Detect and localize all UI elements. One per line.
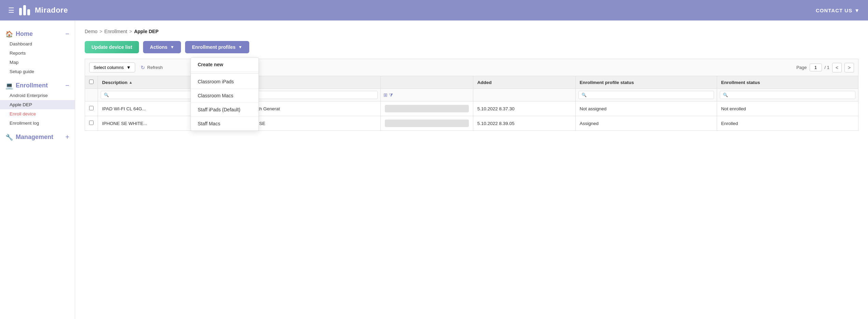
- row1-checkbox[interactable]: [89, 106, 94, 110]
- pagination: Page / 1 < >: [796, 63, 854, 72]
- breadcrumb-sep-2: >: [129, 29, 132, 34]
- refresh-button[interactable]: ↻ Refresh: [141, 65, 163, 71]
- main-content: Demo > Enrollment > Apple DEP Update dev…: [75, 20, 868, 319]
- hamburger-icon[interactable]: ☰: [8, 6, 14, 14]
- row2-serial: ●●●●●●●●●●●: [381, 116, 473, 131]
- filter-profile-status-input[interactable]: [578, 91, 714, 99]
- row2-checkbox-cell[interactable]: [85, 116, 98, 131]
- sidebar-item-enroll-device[interactable]: Enroll device: [0, 109, 75, 119]
- th-profile-status[interactable]: Enrollment profile status: [575, 76, 717, 89]
- breadcrumb: Demo > Enrollment > Apple DEP: [85, 29, 858, 34]
- contact-us-chevron-icon: ▼: [854, 8, 860, 13]
- breadcrumb-demo[interactable]: Demo: [85, 29, 97, 34]
- sidebar-item-apple-dep[interactable]: Apple DEP: [0, 100, 75, 109]
- row1-checkbox-cell[interactable]: [85, 101, 98, 116]
- sidebar-management-header: 🔧 Management +: [0, 130, 75, 142]
- filter-cell-model: [239, 89, 381, 101]
- row2-serial-blurred: ●●●●●●●●●●●: [385, 120, 468, 127]
- logo-bar-3: [27, 9, 30, 15]
- sidebar-item-dashboard[interactable]: Dashboard: [0, 39, 75, 48]
- logo-bar-2: [23, 5, 26, 15]
- actions-button[interactable]: Actions ▼: [143, 41, 181, 53]
- contact-us-label: CONTACT US: [816, 8, 852, 13]
- sidebar-item-enrollment-log[interactable]: Enrollment log: [0, 119, 75, 128]
- filter-enrollment-status-input[interactable]: [720, 91, 855, 99]
- logo-bar-1: [19, 8, 22, 15]
- row2-added: 5.10.2022 8.39.05: [473, 116, 575, 131]
- breadcrumb-enrollment[interactable]: Enrollment: [104, 29, 127, 34]
- sidebar-enrollment-collapse[interactable]: −: [65, 82, 69, 89]
- th-added[interactable]: Added: [473, 76, 575, 89]
- dropdown-divider: [191, 73, 258, 73]
- page-prev-button[interactable]: <: [832, 63, 842, 72]
- page-next-button[interactable]: >: [844, 63, 854, 72]
- enrollment-icon: 💻: [5, 82, 13, 89]
- sidebar-home-title[interactable]: 🏠 Home: [5, 30, 33, 38]
- actions-chevron-icon: ▼: [170, 45, 174, 50]
- sidebar-item-setup-guide[interactable]: Setup guide: [0, 67, 75, 76]
- sidebar-item-map[interactable]: Map: [0, 58, 75, 67]
- description-sort-icon: ▲: [129, 80, 132, 84]
- sidebar-item-reports[interactable]: Reports: [0, 48, 75, 58]
- dropdown-item-create-new[interactable]: Create new: [191, 58, 258, 72]
- th-model[interactable]: Model: [239, 76, 381, 89]
- table-icon[interactable]: ⊞: [383, 92, 388, 98]
- home-icon: 🏠: [5, 30, 13, 38]
- topnav-left: ☰ Miradore: [8, 5, 68, 15]
- logo-text: Miradore: [35, 6, 68, 15]
- filter-model-input[interactable]: [242, 91, 378, 99]
- sidebar-section-enrollment: 💻 Enrollment − Android Enterprise Apple …: [0, 79, 75, 128]
- row2-enrollment-status: Enrolled: [717, 116, 858, 131]
- dropdown-item-classroom-macs[interactable]: Classroom Macs: [191, 89, 258, 103]
- row1-added: 5.10.2022 8.37.30: [473, 101, 575, 116]
- sidebar: 🏠 Home − Dashboard Reports Map Setup gui…: [0, 20, 75, 319]
- table-controls-left: Select columns ▼ ↻ Refresh: [89, 63, 163, 72]
- sidebar-management-expand[interactable]: +: [65, 133, 69, 141]
- sidebar-item-android-enterprise[interactable]: Android Enterprise: [0, 91, 75, 100]
- enrollment-profiles-chevron-icon: ▼: [238, 45, 242, 50]
- sidebar-management-title[interactable]: 🔧 Management: [5, 134, 53, 141]
- enrollment-profiles-button[interactable]: Enrollment profiles ▼: [185, 41, 249, 53]
- enrollment-profiles-dropdown: Create new Classroom iPads Classroom Mac…: [191, 57, 259, 131]
- breadcrumb-apple-dep[interactable]: Apple DEP: [134, 29, 159, 34]
- filter-cell-added: [473, 89, 575, 101]
- logo-icon: [19, 5, 30, 15]
- contact-us-button[interactable]: CONTACT US ▼: [816, 8, 860, 13]
- row2-checkbox[interactable]: [89, 121, 94, 125]
- row2-model: iPhone SE: [239, 116, 381, 131]
- th-select-all[interactable]: [85, 76, 98, 89]
- filter-cell-profile-status: [575, 89, 717, 101]
- row1-profile-status: Not assigned: [575, 101, 717, 116]
- select-all-checkbox[interactable]: [89, 80, 94, 84]
- page-layout: 🏠 Home − Dashboard Reports Map Setup gui…: [0, 20, 868, 319]
- sidebar-enrollment-title[interactable]: 💻 Enrollment: [5, 82, 48, 89]
- refresh-label: Refresh: [147, 65, 163, 70]
- filter-cell-checkbox: [85, 89, 98, 101]
- sidebar-section-management: 🔧 Management +: [0, 130, 75, 142]
- top-navigation: ☰ Miradore CONTACT US ▼: [0, 0, 868, 20]
- row1-serial-blurred: ●●●●●●●●●●●: [385, 105, 468, 112]
- page-total: / 1: [825, 65, 829, 70]
- actions-label: Actions: [150, 44, 167, 50]
- update-device-list-button[interactable]: Update device list: [85, 41, 139, 53]
- row1-model: iPad (9th Generat: [239, 101, 381, 116]
- page-input[interactable]: [810, 64, 822, 71]
- filter-funnel-icon[interactable]: ⧩: [389, 92, 393, 98]
- select-columns-button[interactable]: Select columns ▼: [89, 63, 135, 72]
- select-columns-chevron-icon: ▼: [126, 65, 131, 70]
- dropdown-item-staff-macs[interactable]: Staff Macs: [191, 117, 258, 130]
- th-serial: [381, 76, 473, 89]
- dropdown-item-staff-ipads[interactable]: Staff iPads (Default): [191, 103, 258, 117]
- refresh-icon: ↻: [141, 65, 145, 71]
- sidebar-enrollment-header: 💻 Enrollment −: [0, 79, 75, 91]
- filter-cell-enrollment-status: [717, 89, 858, 101]
- dropdown-item-classroom-ipads[interactable]: Classroom iPads: [191, 75, 258, 89]
- sidebar-home-collapse[interactable]: −: [65, 30, 69, 38]
- toolbar: Update device list Actions ▼ Enrollment …: [85, 41, 858, 53]
- management-icon: 🔧: [5, 134, 13, 141]
- row2-profile-status: Assigned: [575, 116, 717, 131]
- breadcrumb-sep-1: >: [99, 29, 102, 34]
- filter-cell-serial: ⊞ ⧩: [381, 89, 473, 101]
- row1-serial: ●●●●●●●●●●●: [381, 101, 473, 116]
- th-enrollment-status[interactable]: Enrollment status: [717, 76, 858, 89]
